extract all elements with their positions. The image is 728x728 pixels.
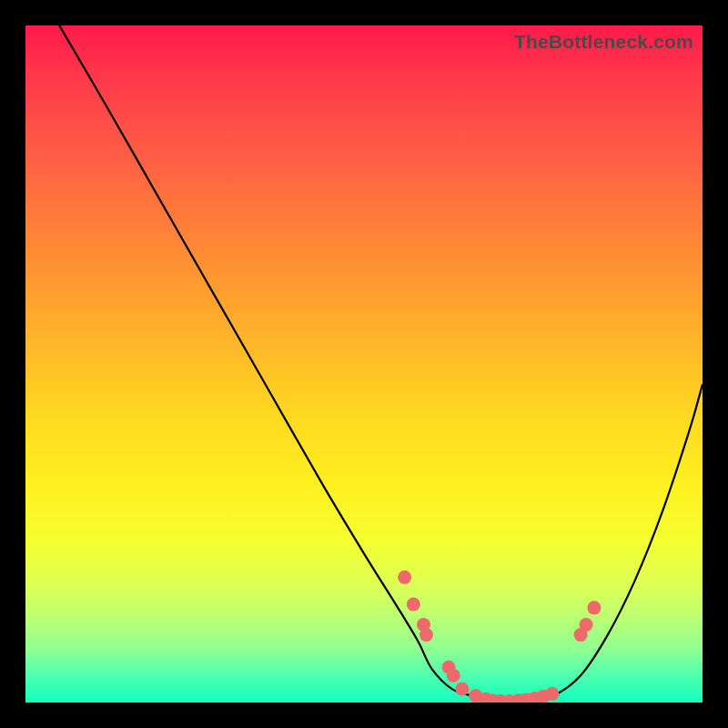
data-dot xyxy=(545,687,559,701)
data-dot xyxy=(407,598,420,612)
chart-svg xyxy=(25,25,703,703)
data-dot xyxy=(580,618,593,632)
plot-area: TheBottleneck.com xyxy=(25,25,703,703)
data-dots xyxy=(398,571,601,703)
data-dot xyxy=(420,628,433,642)
data-dot xyxy=(455,682,469,696)
data-dot xyxy=(447,669,460,682)
data-dot xyxy=(398,571,411,584)
bottleneck-curve xyxy=(59,25,703,703)
chart-container: TheBottleneck.com xyxy=(0,0,728,728)
data-dot xyxy=(587,601,601,614)
